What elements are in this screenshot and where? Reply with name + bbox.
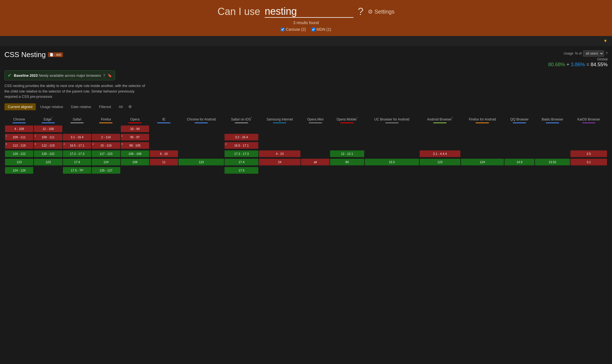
tab-date-relative[interactable]: Date relative [68, 103, 95, 110]
tab-settings-gear[interactable]: ⚙ [128, 104, 132, 109]
browser-bar [476, 122, 489, 123]
cell-value: 12 - 12.1 [341, 152, 353, 155]
browser-name: Opera Mini [302, 117, 328, 122]
mdn-checkbox[interactable] [312, 28, 315, 31]
gear-icon: ⚙ [368, 8, 373, 15]
browser-name: Baidu Browser [536, 117, 569, 122]
cell-flag: 3 [34, 143, 36, 145]
tab-current-aligned[interactable]: Current aligned [4, 103, 36, 110]
compat-cell: all [301, 159, 329, 165]
browser-bar [546, 122, 559, 123]
compat-cell: 316.5 - 17.1 [225, 142, 258, 149]
compat-cell: 3.2 - 16.4 [225, 134, 258, 140]
compat-cell [461, 134, 504, 140]
compat-cell [178, 150, 224, 157]
usage-total-pct: 84.55% [591, 62, 608, 67]
feature-badge: 📄 - WD [48, 52, 63, 57]
compat-cell [365, 134, 419, 140]
settings-button[interactable]: ⚙ Settings [368, 8, 394, 15]
filter-caniuse[interactable]: Caniuse (2) [281, 27, 306, 32]
compat-cell [63, 125, 91, 132]
browser-bar [433, 122, 447, 123]
browser-bar [582, 122, 595, 123]
compat-cell: 11 [150, 159, 178, 165]
browser-bar [195, 122, 208, 123]
browser-bar [70, 122, 84, 123]
cell-value: 123 [437, 160, 442, 164]
browser-name: Firefox for Android [462, 117, 503, 122]
baseline-info-icon[interactable]: ? [103, 73, 105, 78]
browser-name: Chrome [6, 117, 32, 122]
tab-filtered[interactable]: Filtered [96, 103, 114, 110]
users-select[interactable]: all users [583, 50, 604, 57]
cell-value: 120 - 122 [42, 152, 54, 155]
compat-cell [150, 167, 178, 174]
browser-header-safari: Safari [63, 115, 91, 125]
cell-flag: 1 [121, 134, 123, 137]
compat-cell: 109 [121, 159, 149, 165]
browser-header-chrome: Chrome [5, 115, 33, 125]
cell-value: 2 - 114 [101, 135, 111, 139]
subheader: ▼ [0, 36, 612, 46]
usage-question: ? [606, 52, 608, 55]
compat-cell: 17.5 [225, 167, 258, 174]
filter-bar: Caniuse (2) MDN (1) [11, 27, 601, 32]
compat-cell: 120 - 122 [34, 150, 62, 157]
browser-name: Safari [64, 117, 90, 122]
cell-flag: 2 [92, 143, 94, 145]
baseline-bookmark-icon[interactable]: 🔖 [108, 73, 112, 78]
usage-global: Global [548, 57, 608, 61]
search-input[interactable] [265, 6, 353, 18]
compat-row: 12312317.41241091112317.424all8015.51231… [5, 159, 607, 165]
compat-row: 124 - 12617.5 - TP125 - 12717.5 [5, 167, 607, 174]
compat-cell [330, 167, 364, 174]
baseline-bar: ✔ Baseline 2023 Newly available across m… [4, 70, 115, 80]
compat-cell [365, 167, 419, 174]
filter-icon[interactable]: ▼ [603, 39, 608, 43]
cell-value: 109 [132, 160, 137, 164]
browser-name: Samsung Internet [260, 117, 299, 122]
compat-cell: 4 - 23 [259, 150, 300, 157]
browser-bar [128, 122, 142, 123]
compat-cell [92, 125, 120, 132]
compat-cell: 3.1 [570, 159, 607, 165]
usage-green-pct: 80.68% [548, 62, 565, 67]
feature-title-area: CSS Nesting 📄 - WD [4, 50, 63, 59]
cell-value: 3.2 - 16.4 [235, 135, 248, 139]
tab-usage-relative[interactable]: Usage relative [37, 103, 67, 110]
cell-value: 12 - 108 [42, 127, 53, 130]
tab-all[interactable]: All [115, 103, 126, 110]
cell-value: 124 [480, 160, 485, 164]
compat-cell: 6 - 10 [150, 150, 178, 157]
compat-row: 1109 - 1111109 - 1113.1 - 16.42 - 114195… [5, 134, 607, 140]
compat-cell [225, 125, 258, 132]
row-spacer [5, 149, 607, 150]
browser-header-android-browser: Android Browser* [420, 115, 460, 125]
compat-cell: 14.9 [504, 159, 534, 165]
compat-cell: 13.52 [535, 159, 570, 165]
baseline-year: Baseline 2023 [14, 73, 38, 78]
cell-flag: 1 [6, 134, 7, 137]
browser-header-opera-mini: Opera Mini [301, 115, 329, 125]
cell-value: 112 - 119 [42, 144, 54, 147]
cell-value: 15 - 116 [100, 144, 111, 147]
browser-header-ie: IE [150, 115, 178, 125]
compat-cell [330, 134, 364, 140]
browser-bar [273, 122, 286, 123]
cell-value: 17.5 - TP [71, 169, 83, 172]
caniuse-checkbox[interactable] [281, 28, 284, 31]
feature-description: CSS nesting provides the ability to nest… [4, 83, 149, 99]
compat-cell: 316.5 - 17.1 [63, 142, 91, 149]
cell-value: 124 [103, 160, 108, 164]
browser-bar [235, 122, 248, 123]
cell-value: 4 - 108 [14, 127, 24, 130]
compat-cell [420, 167, 460, 174]
site-title: Can I use [218, 6, 260, 17]
cell-value: 24 [278, 160, 281, 164]
usage-text: Usage [564, 52, 573, 55]
cell-value: 11 [162, 160, 165, 164]
compat-cell [365, 142, 419, 149]
filter-mdn[interactable]: MDN (1) [312, 27, 331, 32]
compat-cell: 4 - 108 [5, 125, 33, 132]
mdn-label: MDN (1) [317, 27, 331, 32]
